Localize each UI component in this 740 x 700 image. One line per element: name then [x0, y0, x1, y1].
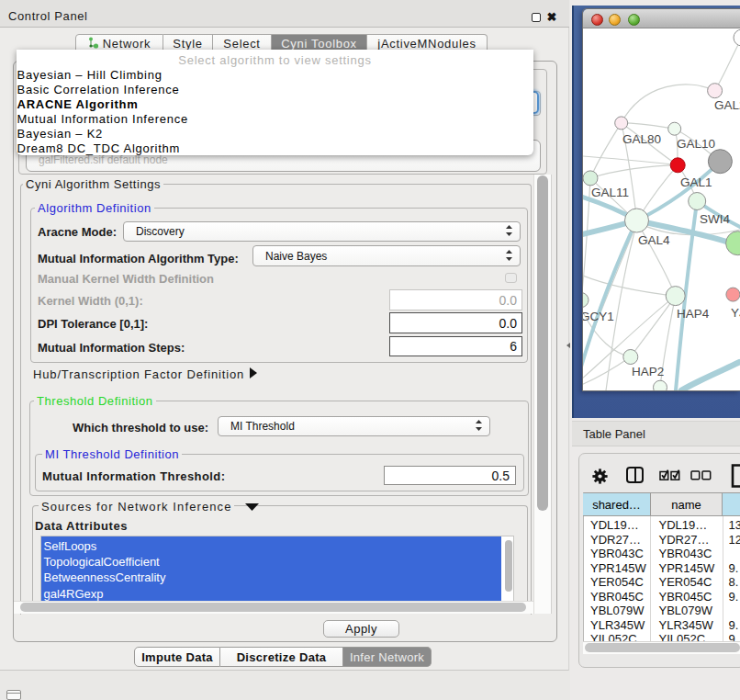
svg-text:HAP2: HAP2	[632, 365, 664, 378]
svg-text:GAL11: GAL11	[591, 186, 629, 199]
svg-text:GAL80: GAL80	[622, 132, 661, 146]
svg-text:GAL1: GAL1	[680, 175, 712, 189]
svg-text:YJ: YJ	[731, 306, 740, 320]
svg-text:GCY1: GCY1	[583, 310, 614, 323]
svg-text:HAP4: HAP4	[677, 307, 710, 321]
svg-text:GAL2: GAL2	[714, 98, 740, 112]
svg-text:SWI4: SWI4	[700, 212, 730, 226]
svg-text:GAL10: GAL10	[677, 137, 715, 151]
svg-text:GAL4: GAL4	[638, 233, 670, 247]
